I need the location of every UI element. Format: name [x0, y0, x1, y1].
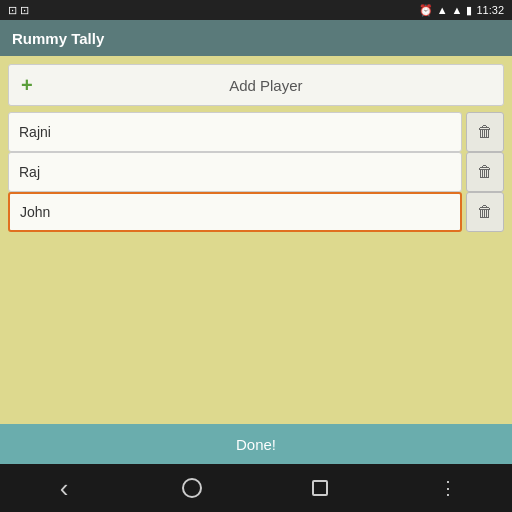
home-icon: [182, 478, 202, 498]
time-display: 11:32: [476, 4, 504, 16]
player-name-input[interactable]: [8, 112, 462, 152]
trash-icon: 🗑: [477, 123, 493, 141]
player-row: 🗑: [8, 192, 504, 232]
recents-button[interactable]: [300, 468, 340, 508]
clock-icon: ⏰: [419, 4, 433, 17]
done-button[interactable]: Done!: [0, 424, 512, 464]
trash-icon: 🗑: [477, 163, 493, 181]
recents-icon: [312, 480, 328, 496]
status-bar-right: ⏰ ▲ ▲ ▮ 11:32: [419, 4, 504, 17]
delete-player-button[interactable]: 🗑: [466, 192, 504, 232]
add-player-button[interactable]: + Add Player: [8, 64, 504, 106]
player-list: 🗑🗑🗑: [8, 112, 504, 232]
plus-icon: +: [21, 75, 33, 95]
title-bar: Rummy Tally: [0, 20, 512, 56]
back-icon: [60, 473, 69, 504]
player-row: 🗑: [8, 112, 504, 152]
menu-button[interactable]: ⋮: [428, 468, 468, 508]
done-label: Done!: [236, 436, 276, 453]
home-button[interactable]: [172, 468, 212, 508]
add-player-label: Add Player: [41, 77, 491, 94]
nav-bar: ⋮: [0, 464, 512, 512]
wifi-icon: ▲: [452, 4, 463, 16]
main-content: + Add Player 🗑🗑🗑: [0, 56, 512, 424]
status-bar-left: ⊡ ⊡: [8, 4, 29, 17]
delete-player-button[interactable]: 🗑: [466, 112, 504, 152]
player-row: 🗑: [8, 152, 504, 192]
back-button[interactable]: [44, 468, 84, 508]
trash-icon: 🗑: [477, 203, 493, 221]
notification-icons: ⊡ ⊡: [8, 4, 29, 17]
battery-icon: ▮: [466, 4, 472, 17]
signal-icon: ▲: [437, 4, 448, 16]
player-name-input[interactable]: [8, 192, 462, 232]
menu-icon: ⋮: [439, 477, 458, 499]
status-bar: ⊡ ⊡ ⏰ ▲ ▲ ▮ 11:32: [0, 0, 512, 20]
delete-player-button[interactable]: 🗑: [466, 152, 504, 192]
app-title: Rummy Tally: [12, 30, 104, 47]
player-name-input[interactable]: [8, 152, 462, 192]
